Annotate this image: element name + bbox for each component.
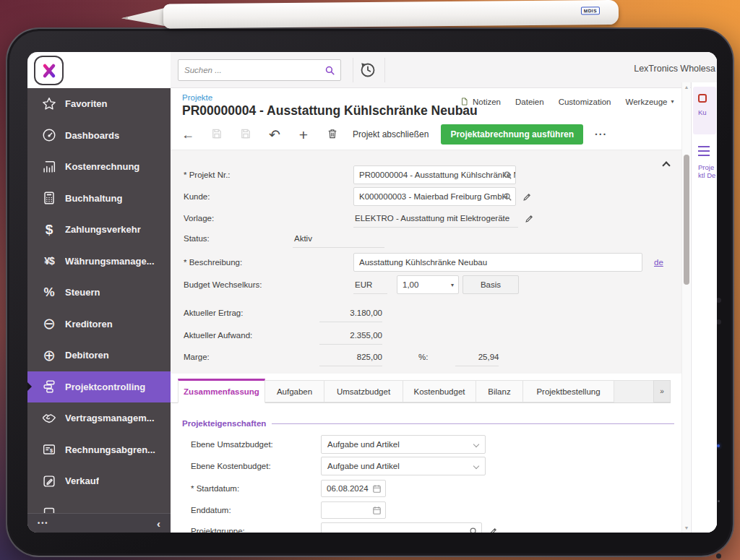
- collapse-panel-button[interactable]: [661, 159, 671, 169]
- projektgruppe-field[interactable]: [321, 522, 482, 533]
- delete-button[interactable]: [324, 127, 341, 142]
- currency-field[interactable]: EUR: [353, 275, 387, 294]
- search-input[interactable]: [184, 60, 318, 80]
- tab-aufgaben[interactable]: Aufgaben: [265, 380, 324, 402]
- form-row-kunde: Kunde: K000000003 - Maierbad Freiburg Gm…: [184, 186, 533, 207]
- sidebar-item-dashboards[interactable]: Dashboards: [27, 120, 171, 152]
- toolbar-more-button[interactable]: ···: [595, 129, 607, 140]
- field-label: Enddatum:: [191, 506, 321, 514]
- sidebar-item-kostenrechnung[interactable]: Kostenrechnung: [27, 151, 171, 183]
- files-link[interactable]: Dateien: [515, 98, 544, 106]
- topbar: LexTronics Wholesa: [171, 52, 717, 88]
- undo-button[interactable]: ↶: [266, 128, 283, 142]
- sidebar-item-waehrungsmanagement[interactable]: ¥$ Währungsmanage...: [27, 246, 171, 277]
- tablet-device: Favoriten Dashboards Kostenrechnung Buch…: [6, 27, 734, 557]
- search-icon[interactable]: [324, 64, 336, 77]
- edit-pencil-icon[interactable]: [524, 213, 535, 224]
- tab-label: Projektbestellung: [536, 387, 600, 396]
- scrollbar-thumb[interactable]: [684, 155, 689, 285]
- ebene-umsatz-select[interactable]: Aufgabe und Artikel: [321, 435, 486, 454]
- side-panel-tab-2[interactable]: Projektl De: [693, 146, 716, 179]
- notes-link[interactable]: Notizen: [460, 97, 501, 106]
- tools-menu[interactable]: Werkzeuge ▾: [626, 98, 674, 106]
- section-row-ebene-umsatz: Ebene Umsatzbudget: Aufgabe und Artikel: [191, 435, 486, 454]
- app-logo-icon[interactable]: [34, 56, 64, 85]
- tab-projektbestellung[interactable]: Projektbestellung: [523, 380, 614, 402]
- rate-value: 1,00: [403, 280, 418, 289]
- recent-history-icon[interactable]: [359, 61, 377, 79]
- tab-zusammenfassung[interactable]: Zusammenfassung: [178, 379, 265, 403]
- chevron-down-icon: ▾: [671, 98, 674, 105]
- kunde-field[interactable]: K000000003 - Maierbad Freiburg GmbH: [353, 187, 516, 206]
- language-link[interactable]: de: [654, 258, 663, 267]
- section-row-ebene-kosten: Ebene Kostenbudget: Aufgabe und Artikel: [191, 457, 486, 475]
- sidebar-item-zahlungsverkehr[interactable]: $ Zahlungsverkehr: [27, 214, 171, 246]
- scroll-down-icon[interactable]: ▼: [682, 525, 691, 530]
- bezel-dot: [716, 319, 721, 324]
- edit-pencil-icon[interactable]: [522, 191, 533, 202]
- customization-link[interactable]: Customization: [559, 98, 611, 106]
- sidebar-collapse-button[interactable]: ‹: [157, 518, 160, 529]
- ebene-kosten-select[interactable]: Aufgabe und Artikel: [321, 457, 486, 475]
- lookup-icon[interactable]: [502, 170, 513, 181]
- tab-label: Aufgaben: [277, 387, 312, 396]
- startdatum-field[interactable]: 06.08.2024: [321, 480, 386, 497]
- kunde-value: K000000003 - Maierbad Freiburg GmbH: [359, 192, 508, 201]
- scroll-up-icon[interactable]: ▲: [682, 85, 691, 90]
- vorlage-field[interactable]: ELEKTRO - Ausstattung mit Elektrogeräte: [353, 209, 518, 228]
- side-panel-tab-1[interactable]: Ku: [693, 87, 716, 134]
- company-name[interactable]: LexTronics Wholesa: [634, 64, 715, 74]
- close-project-button[interactable]: Projekt abschließen: [353, 129, 429, 139]
- sidebar-more-button[interactable]: •••: [38, 520, 48, 527]
- ebene-kosten-value: Aufgabe und Artikel: [327, 462, 400, 470]
- sidebar-item-verkauf[interactable]: Verkauf: [27, 465, 171, 497]
- beschreibung-value: Ausstattung Kühlschränke Neubau: [359, 258, 487, 267]
- projekt-nr-field[interactable]: PR00000004 - Ausstattung Kühlschränke Ne…: [353, 165, 516, 184]
- breadcrumb[interactable]: Projekte: [182, 93, 212, 102]
- sidebar-item-projektcontrolling[interactable]: Projektcontrolling: [27, 371, 171, 403]
- field-label: Marge:: [184, 353, 319, 361]
- save-close-button[interactable]: [208, 127, 225, 142]
- beschreibung-field[interactable]: Ausstattung Kühlschränke Neubau: [353, 253, 642, 272]
- sidebar-item-favoriten[interactable]: Favoriten: [27, 88, 171, 120]
- sidebar-item-label: Verkauf: [65, 475, 99, 486]
- aufwand-value: 2.355,00: [350, 331, 382, 340]
- edit-pencil-icon[interactable]: [488, 526, 499, 533]
- sidebar-item-debitoren[interactable]: ⊕ Debitoren: [27, 340, 171, 371]
- vertical-scrollbar[interactable]: ▲ ▼: [681, 82, 690, 533]
- tab-bilanz[interactable]: Bilanz: [476, 380, 523, 402]
- back-button[interactable]: ←: [179, 128, 197, 141]
- add-button[interactable]: +: [295, 127, 312, 142]
- files-link-label: Dateien: [515, 98, 544, 106]
- project-summary-panel: * Projekt Nr.: PR00000004 - Ausstattung …: [171, 150, 681, 374]
- chevron-down-icon: [473, 441, 479, 447]
- topbar-divider: [353, 58, 353, 82]
- marge-percent-field: 25,94: [455, 348, 499, 366]
- sidebar-item-label: Rechnungsabgren...: [65, 444, 155, 455]
- form-row-ertrag: Aktueller Ertrag: 3.180,00: [184, 303, 382, 323]
- sidebar-item-buchhaltung[interactable]: Buchhaltung: [27, 183, 171, 215]
- sidebar-item-partial[interactable]: [27, 497, 171, 514]
- lookup-icon[interactable]: [468, 526, 479, 533]
- side-panel-label: Ku: [698, 108, 717, 116]
- side-panel-label: Projektl De: [698, 163, 717, 179]
- save-button[interactable]: [237, 127, 254, 142]
- calendar-icon[interactable]: [371, 505, 382, 516]
- startdatum-value: 06.08.2024: [327, 484, 369, 493]
- calendar-icon[interactable]: [371, 483, 382, 494]
- project-billing-button[interactable]: Projektabrechnung ausführen: [441, 124, 583, 145]
- sidebar-item-vertragsmanagement[interactable]: Vertragsmanagem...: [27, 402, 171, 434]
- sidebar-item-rechnungsabgrenzung[interactable]: $ Rechnungsabgren...: [27, 434, 171, 466]
- status-field: Aktiv: [293, 229, 384, 248]
- lookup-icon[interactable]: [502, 191, 513, 202]
- enddatum-field[interactable]: [321, 501, 386, 519]
- sidebar-item-steuern[interactable]: % Steuern: [27, 277, 171, 309]
- rate-dropdown[interactable]: 1,00 ▾: [397, 275, 459, 294]
- form-row-marge: Marge: 825,00 %: 25,94: [184, 347, 499, 367]
- tab-overflow-button[interactable]: »: [653, 380, 671, 402]
- sidebar-item-label: Kostenrechnung: [65, 161, 139, 172]
- tab-umsatzbudget[interactable]: Umsatzbudget: [324, 380, 403, 402]
- sidebar-item-kreditoren[interactable]: ⊖ Kreditoren: [27, 309, 171, 340]
- tab-kostenbudget[interactable]: Kostenbudget: [403, 380, 476, 402]
- basis-button[interactable]: Basis: [462, 275, 519, 294]
